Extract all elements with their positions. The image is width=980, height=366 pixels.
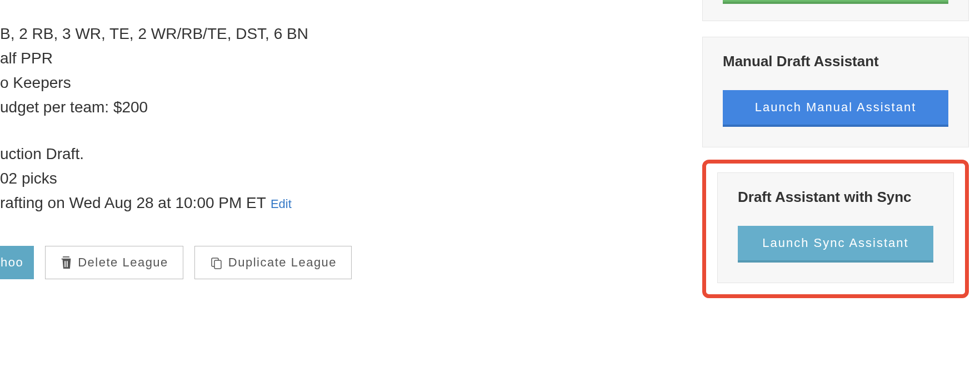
duplicate-league-label: Duplicate League [228, 255, 337, 270]
mock-draft-panel: Start a Mock Draft [702, 0, 969, 21]
yahoo-button-label: hoo [1, 255, 23, 270]
picks-text: 02 picks [0, 167, 500, 190]
manual-assistant-heading: Manual Draft Assistant [723, 53, 948, 70]
start-mock-draft-button[interactable]: Start a Mock Draft [723, 0, 948, 4]
sync-highlight-box: Draft Assistant with Sync Launch Sync As… [702, 160, 969, 298]
trash-icon [60, 255, 72, 270]
duplicate-icon [209, 256, 223, 269]
draft-type-text: uction Draft. [0, 142, 500, 166]
yahoo-button[interactable]: hoo [0, 246, 34, 279]
roster-text: B, 2 RB, 3 WR, TE, 2 WR/RB/TE, DST, 6 BN [0, 22, 500, 46]
sidebar: Start a Mock Draft Manual Draft Assistan… [702, 0, 969, 298]
edit-draft-time-link[interactable]: Edit [271, 195, 292, 213]
delete-league-button[interactable]: Delete League [45, 246, 183, 279]
manual-assistant-panel: Manual Draft Assistant Launch Manual Ass… [702, 37, 969, 147]
sync-assistant-heading: Draft Assistant with Sync [738, 189, 933, 206]
keepers-text: o Keepers [0, 71, 500, 95]
budget-text: udget per team: $200 [0, 96, 500, 119]
launch-manual-assistant-button[interactable]: Launch Manual Assistant [723, 90, 948, 127]
league-details: B, 2 RB, 3 WR, TE, 2 WR/RB/TE, DST, 6 BN… [0, 22, 500, 279]
sync-assistant-panel: Draft Assistant with Sync Launch Sync As… [717, 172, 954, 283]
league-info-block: B, 2 RB, 3 WR, TE, 2 WR/RB/TE, DST, 6 BN… [0, 22, 500, 215]
svg-rect-1 [214, 260, 221, 269]
action-button-row: hoo Delete League Duplicate League [0, 246, 500, 279]
delete-league-label: Delete League [78, 255, 168, 270]
scoring-text: alf PPR [0, 47, 500, 70]
draft-time-text: rafting on Wed Aug 28 at 10:00 PM ET [0, 191, 266, 215]
launch-sync-assistant-button[interactable]: Launch Sync Assistant [738, 226, 933, 263]
duplicate-league-button[interactable]: Duplicate League [194, 246, 352, 279]
